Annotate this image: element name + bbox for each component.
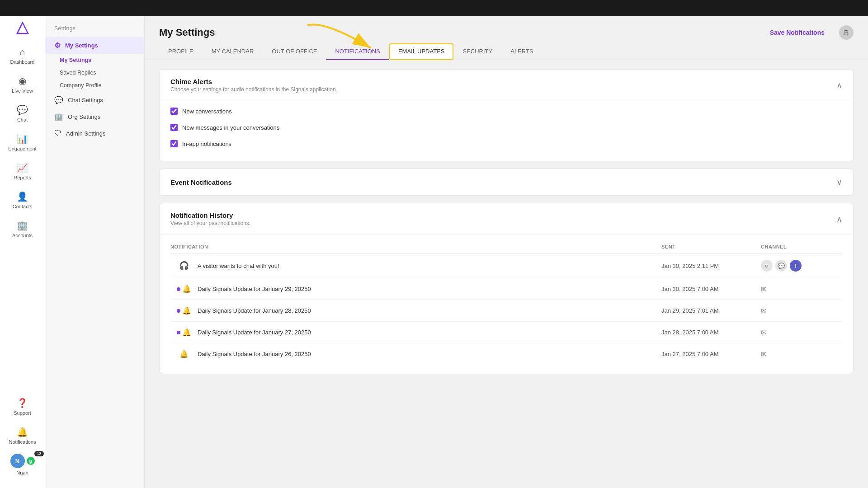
notification-history-description: View all of your past notifications. — [170, 220, 250, 226]
tab-email-updates[interactable]: EMAIL UPDATES — [389, 43, 454, 60]
chime-alerts-header-left: Chime Alerts Choose your settings for au… — [170, 78, 337, 93]
table-row: 🎧 A visitor wants to chat with you! Jan … — [170, 253, 842, 278]
unread-dot — [177, 287, 180, 291]
notification-text: Daily Signals Update for January 28, 202… — [198, 307, 661, 314]
channel-icons: ○ 💬 T — [761, 260, 842, 272]
email-icon: ✉ — [761, 350, 767, 358]
sidebar-item-notifications[interactable]: 🔔 Notifications — [0, 421, 45, 450]
bell-icon: 🔔 — [182, 306, 191, 315]
channel-circle-icon: ○ — [761, 260, 773, 272]
event-notifications-header[interactable]: Event Notifications ∨ — [160, 169, 853, 195]
notification-text: A visitor wants to chat with you! — [198, 263, 661, 269]
settings-nav-label: Chat Settings — [68, 97, 103, 103]
sidebar-item-reports[interactable]: 📈 Reports — [0, 157, 45, 186]
settings-title: Settings — [45, 25, 144, 37]
new-conversations-checkbox[interactable] — [170, 108, 178, 115]
sidebar-item-accounts[interactable]: 🏢 Accounts — [0, 215, 45, 244]
chime-alerts-description: Choose your settings for audio notificat… — [170, 86, 337, 93]
sidebar-item-dashboard[interactable]: ⌂ Dashboard — [0, 42, 45, 70]
channel-icons: ✉ — [761, 350, 842, 358]
email-icon: ✉ — [761, 328, 767, 337]
chat-settings-icon: 💬 — [54, 96, 63, 104]
checkbox-new-conversations: New conversations — [170, 103, 842, 119]
table-header: NOTIFICATION SENT CHANNEL — [170, 240, 842, 253]
bell-icon: 🔔 — [182, 328, 191, 337]
settings-sub-saved-replies[interactable]: Saved Replies — [45, 66, 144, 79]
headset-icon: 🎧 — [179, 261, 189, 271]
app-logo — [14, 20, 31, 36]
tab-profile[interactable]: PROFILE — [159, 43, 203, 60]
sidebar-item-support[interactable]: ❓ Support — [0, 392, 45, 421]
user-name: Ngan — [16, 470, 28, 475]
settings-nav-label: Admin Settings — [66, 130, 105, 137]
event-notifications-chevron: ∨ — [836, 177, 842, 187]
chime-alerts-chevron: ∧ — [836, 80, 842, 90]
tab-my-calendar[interactable]: MY CALENDAR — [203, 43, 263, 60]
settings-sub-company-profile[interactable]: Company Profile — [45, 79, 144, 92]
settings-nav-label: My Settings — [65, 42, 98, 49]
sidebar-item-contacts[interactable]: 👤 Contacts — [0, 186, 45, 215]
sidebar-item-engagement[interactable]: 📊 Engagement — [0, 128, 45, 157]
new-messages-checkbox[interactable] — [170, 124, 178, 131]
engagement-icon: 📊 — [17, 133, 28, 144]
save-notifications-button[interactable]: Save Notifications — [764, 26, 830, 39]
chime-alerts-body: New conversations New messages in your c… — [160, 101, 853, 161]
th-notification: NOTIFICATION — [170, 244, 661, 249]
tab-out-of-office[interactable]: OUT OF OFFICE — [263, 43, 326, 60]
live-view-icon: ◉ — [19, 75, 26, 86]
checkbox-new-messages: New messages in your conversations — [170, 119, 842, 136]
chime-alerts-section: Chime Alerts Choose your settings for au… — [159, 69, 854, 161]
sidebar-item-live-view[interactable]: ◉ Live View — [0, 70, 45, 99]
sidebar-nav: ⌂ Dashboard ◉ Live View 💬 Chat 📊 Engagem… — [0, 0, 45, 488]
notification-history-chevron: ∧ — [836, 214, 842, 224]
new-conversations-label: New conversations — [182, 108, 232, 115]
table-row: 🔔 Daily Signals Update for January 28, 2… — [170, 300, 842, 322]
settings-nav-my-settings[interactable]: ⚙ My Settings — [45, 37, 144, 54]
admin-settings-icon: 🛡 — [54, 129, 61, 137]
accounts-icon: 🏢 — [17, 220, 28, 231]
sent-text: Jan 27, 2025 7:00 AM — [661, 351, 761, 357]
org-settings-icon: 🏢 — [54, 113, 63, 121]
tab-alerts[interactable]: ALERTS — [501, 43, 542, 60]
chat-icon: 💬 — [17, 104, 28, 115]
settings-nav-org-settings[interactable]: 🏢 Org Settings — [45, 108, 144, 125]
notifications-icon: 🔔 — [17, 427, 28, 437]
notification-history-title: Notification History — [170, 211, 250, 219]
user-section[interactable]: N g 13 Ngan — [10, 450, 35, 479]
header-right: Save Notifications R — [764, 25, 854, 40]
channel-chat-icon: 💬 — [775, 260, 787, 272]
checkbox-in-app: In-app notifications — [170, 136, 842, 152]
row-icon-area: 🔔 — [170, 285, 198, 293]
table-row: 🔔 Daily Signals Update for January 29, 2… — [170, 278, 842, 300]
notification-history-section: Notification History View all of your pa… — [159, 203, 854, 374]
row-icon-area: 🔔 — [170, 306, 198, 315]
in-app-checkbox[interactable] — [170, 140, 178, 147]
channel-icons: ✉ — [761, 285, 842, 293]
notification-badge: 13 — [34, 451, 43, 456]
sidebar-item-label: Live View — [12, 88, 33, 94]
channel-icons: ✉ — [761, 328, 842, 337]
sidebar-item-label: Notifications — [9, 439, 36, 445]
page-header: My Settings Save Notifications R — [145, 16, 868, 40]
notification-history-header[interactable]: Notification History View all of your pa… — [160, 203, 853, 235]
row-icon-area: 🔔 — [170, 350, 198, 358]
new-messages-label: New messages in your conversations — [182, 124, 279, 131]
chime-alerts-header[interactable]: Chime Alerts Choose your settings for au… — [160, 70, 853, 101]
channel-teams-icon: T — [790, 260, 802, 272]
email-icon: ✉ — [761, 285, 767, 293]
tab-security[interactable]: SECURITY — [453, 43, 501, 60]
settings-nav-admin-settings[interactable]: 🛡 Admin Settings — [45, 125, 144, 141]
dashboard-icon: ⌂ — [19, 47, 25, 57]
sent-text: Jan 29, 2025 7:01 AM — [661, 307, 761, 314]
bell-icon: 🔔 — [182, 285, 191, 293]
sidebar-item-label: Dashboard — [10, 59, 35, 65]
nav-bottom: ❓ Support 🔔 Notifications N g 13 Ngan — [0, 392, 45, 488]
sidebar-item-chat[interactable]: 💬 Chat — [0, 99, 45, 128]
notification-text: Daily Signals Update for January 26, 202… — [198, 351, 661, 357]
settings-nav-chat-settings[interactable]: 💬 Chat Settings — [45, 92, 144, 108]
th-sent: SENT — [661, 244, 761, 249]
tab-notifications[interactable]: NOTIFICATIONS — [326, 43, 389, 60]
table-row: 🔔 Daily Signals Update for January 27, 2… — [170, 322, 842, 343]
row-icon-area: 🎧 — [170, 261, 198, 271]
settings-sub-my-settings[interactable]: My Settings — [45, 54, 144, 66]
